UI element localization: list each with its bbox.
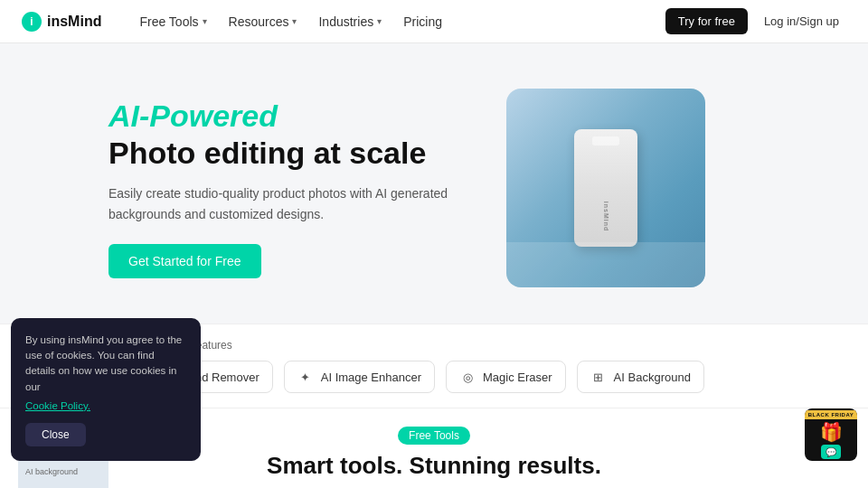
hero-description: Easily create studio-quality product pho…	[108, 183, 470, 224]
cookie-policy-link[interactable]: Cookie Policy.	[25, 400, 90, 411]
nav-resources[interactable]: Resources ▾	[220, 9, 307, 34]
gift-icon: 🎁	[820, 421, 843, 443]
cookie-text: By using insMind you agree to the use of…	[25, 333, 186, 395]
nav-links: Free Tools ▾ Resources ▾ Industries ▾ Pr…	[130, 9, 665, 34]
feature-magic-eraser[interactable]: ◎ Magic Eraser	[446, 361, 566, 393]
chat-icon: 💬	[821, 445, 841, 459]
ocean-reflection	[506, 242, 705, 287]
feature-ai-background[interactable]: ⊞ AI Background	[577, 361, 704, 393]
features-row: ⬜ Background Remover ✦ AI Image Enhancer…	[108, 361, 796, 393]
logo-text: insMind	[47, 14, 101, 30]
navbar: i insMind Free Tools ▾ Resources ▾ Indus…	[0, 0, 868, 43]
feature-label: AI Image Enhancer	[321, 371, 421, 384]
login-button[interactable]: Log in/Sign up	[757, 8, 846, 34]
nav-industries[interactable]: Industries ▾	[309, 9, 391, 34]
product-tube: insMind	[574, 129, 637, 247]
feature-image-enhancer[interactable]: ✦ AI Image Enhancer	[284, 361, 435, 393]
image-enhancer-icon: ✦	[297, 369, 314, 385]
cookie-banner: By using insMind you agree to the use of…	[11, 318, 201, 461]
free-tools-badge: Free Tools	[398, 427, 470, 445]
hero-text: AI-Powered Photo editing at scale Easily…	[108, 98, 470, 278]
get-started-button[interactable]: Get Started for Free	[108, 244, 261, 278]
hero-product-image: insMind	[506, 89, 705, 287]
black-friday-label: BLACK FRIDAY	[805, 410, 857, 419]
hero-highlight: AI-Powered	[108, 99, 278, 133]
black-friday-badge[interactable]: BLACK FRIDAY 🎁 💬	[805, 408, 857, 461]
feature-label: Magic Eraser	[483, 371, 552, 384]
ai-background-icon: ⊞	[590, 369, 607, 385]
magic-eraser-icon: ◎	[459, 369, 476, 385]
features-label: Discover popular features	[108, 339, 796, 352]
feature-label: AI Background	[614, 371, 691, 384]
logo[interactable]: i insMind	[22, 12, 101, 32]
cookie-close-button[interactable]: Close	[25, 423, 86, 446]
nav-right: Try for free Log in/Sign up	[665, 8, 846, 34]
hero-heading: AI-Powered Photo editing at scale	[108, 98, 470, 172]
product-label: insMind	[603, 202, 609, 231]
chevron-down-icon: ▾	[292, 16, 297, 26]
chevron-down-icon: ▾	[377, 16, 382, 26]
chevron-down-icon: ▾	[203, 16, 207, 26]
hero-title: Photo editing at scale	[108, 136, 426, 170]
svg-text:AI background: AI background	[25, 467, 78, 476]
try-for-free-button[interactable]: Try for free	[665, 8, 748, 34]
nav-free-tools[interactable]: Free Tools ▾	[130, 9, 215, 34]
logo-icon: i	[22, 12, 42, 32]
nav-pricing[interactable]: Pricing	[394, 9, 451, 34]
hero-section: AI-Powered Photo editing at scale Easily…	[0, 43, 868, 324]
